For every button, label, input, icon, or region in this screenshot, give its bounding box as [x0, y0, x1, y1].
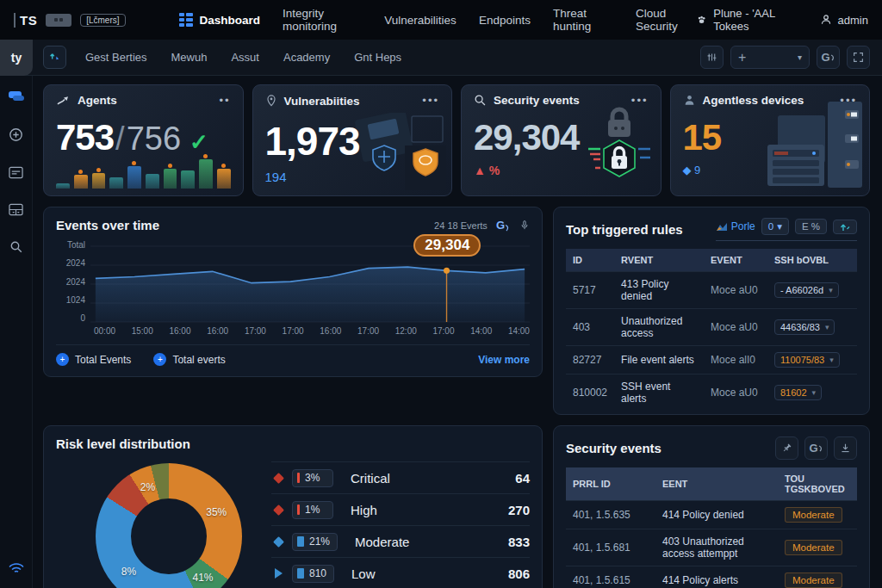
list-item[interactable]: 21% Moderate 833 [271, 525, 530, 557]
nav-item-endpoints[interactable]: Endpoints [479, 14, 531, 27]
trend-up-icon [56, 94, 71, 107]
risk-donut-chart: 35%41%8%2% [96, 463, 242, 588]
pin-button[interactable] [775, 436, 798, 460]
top-triggered-rules-panel: Top triggered rules Porle 0▾ E % ID [553, 207, 870, 415]
card-menu-button[interactable]: ••• [631, 98, 649, 103]
events-meta-text: 24 18 Everts [434, 220, 488, 231]
rules-sort-button[interactable] [833, 220, 857, 234]
rule-badge-dropdown[interactable]: 110075/83▾ [774, 352, 840, 368]
x-axis-labels: 00:0015:0016:0016:0017:0017:0016:0017:00… [94, 326, 530, 336]
reports-icon[interactable] [8, 90, 25, 107]
panel-title: Security events [566, 441, 662, 455]
status-badge: Moderate [785, 573, 842, 588]
sidebar-logo[interactable]: ty [0, 40, 33, 76]
agentless-devices-count: 15 [683, 117, 722, 158]
events-view-more-link[interactable]: View more [478, 354, 530, 366]
legend-total-events-2[interactable]: + Total everts [153, 353, 225, 366]
rules-percent-button[interactable]: E % [795, 219, 827, 234]
toolbar-link-0[interactable]: Gest Berties [85, 51, 147, 64]
table-row[interactable]: 5717413 Policy deniedMoce aU0 - A66026d▾ [566, 272, 857, 309]
donut-segment-label: 8% [121, 566, 136, 578]
agent-bar [109, 177, 123, 189]
table-row[interactable]: 82727File event alertsMoce alI0 110075/8… [566, 346, 857, 374]
risk-percent-badge: 3% [292, 469, 333, 487]
agents-card[interactable]: Agents •• 753 / 756 ✓ [43, 84, 244, 196]
y-tick-label: 2024 [66, 259, 85, 268]
rules-series-control[interactable]: Porle [716, 220, 755, 232]
download-icon [840, 443, 851, 454]
toolbar-link-2[interactable]: Assut [231, 51, 259, 64]
add-circle-icon[interactable] [9, 127, 23, 145]
card-menu-button[interactable]: •• [219, 98, 230, 103]
risk-percent-badge: 21% [292, 533, 338, 551]
events-refresh-button[interactable]: G [496, 219, 511, 232]
toolbar-links: Gest Berties Mewuh Assut Academy Gnt Hep… [85, 51, 401, 64]
list-item[interactable]: 810 Low 806 [271, 557, 530, 588]
vulnerabilities-card[interactable]: Vulnerabiities ••• 1,973 194 [252, 84, 453, 196]
donut-segment-label: 41% [193, 572, 214, 584]
list-item[interactable]: 3% Critical 64 [271, 461, 530, 493]
table-row[interactable]: 810002SSH event alertsMoce aU0 81602▾ [566, 374, 857, 412]
agentless-devices-sub: ◆ 9 [683, 164, 858, 176]
security-events-card[interactable]: Security events ••• 29,304 ▲ % [461, 84, 662, 196]
agent-bar [217, 169, 231, 189]
x-tick-label: 14:00 [508, 326, 530, 336]
risk-percent-badge: 810 [292, 565, 334, 583]
download-button[interactable] [834, 436, 857, 460]
rules-count-select[interactable]: 0▾ [761, 218, 789, 235]
rule-badge-dropdown[interactable]: 44636/83▾ [774, 319, 835, 335]
refresh-button[interactable]: G [804, 436, 828, 460]
agent-bar [199, 159, 213, 189]
toolbar-link-4[interactable]: Gnt Heps [354, 51, 401, 64]
agent-bar [56, 183, 70, 189]
wifi-icon[interactable] [8, 561, 25, 578]
search-icon[interactable] [9, 240, 23, 257]
paw-icon [696, 14, 707, 27]
agent-bar [92, 173, 106, 189]
bar-dot [78, 170, 83, 174]
diamond-icon [271, 538, 285, 546]
security-events-panel: Security events G PRRL ID EENT TOU TGSKB… [553, 425, 870, 588]
document-icon[interactable] [9, 166, 23, 183]
agentless-devices-card[interactable]: Agentless devices ••• 15 ◆ 9 [670, 84, 871, 196]
toolbar-link-1[interactable]: Mewuh [171, 51, 208, 64]
table-row[interactable]: 403Unauthorized accessMoce aU0 44636/83▾ [566, 309, 857, 346]
toolbar-link-3[interactable]: Academy [283, 51, 330, 64]
x-tick-label: 15:00 [132, 326, 153, 336]
nav-item-threat-hunting[interactable]: Threat hunting [553, 7, 613, 33]
left-sidebar [0, 76, 33, 588]
status-badge: Moderate [785, 540, 842, 555]
fullscreen-button[interactable] [847, 46, 870, 69]
api-tokens-menu[interactable]: Plune - 'AAL Tokees [696, 7, 798, 33]
user-menu[interactable]: admin [820, 14, 868, 27]
events-callout: 29,304 [413, 234, 481, 257]
agents-total-count: 756 [127, 121, 181, 158]
agent-bar [146, 174, 159, 189]
main-content: Agents •• 753 / 756 ✓ Vulnerabiities •••… [33, 76, 882, 588]
table-row[interactable]: 401, 1.5.635414 Policy denied Moderate [566, 501, 857, 529]
table-row[interactable]: 401, 1.5.615414 Policy alerts Moderate [566, 566, 857, 588]
rule-badge-dropdown[interactable]: - A66026d▾ [774, 282, 839, 298]
agent-bar [181, 170, 195, 189]
table-row[interactable]: 401, 1.5.681403 Unauthorized access atte… [566, 529, 857, 566]
apps-grid-icon[interactable] [9, 203, 23, 220]
card-title: Agents [78, 94, 117, 107]
risk-legend: 3% Critical 64 1% High 270 21% [271, 461, 530, 588]
nav-item-dashboard[interactable]: Dashboard [179, 13, 261, 27]
nav-item-integrity-monitoring[interactable]: Integrity monitoring [283, 7, 362, 33]
quick-actions-button[interactable] [43, 46, 66, 69]
rule-badge-dropdown[interactable]: 81602▾ [774, 385, 822, 400]
legend-total-events-1[interactable]: + Total Events [56, 353, 131, 366]
refresh-button[interactable]: G [817, 46, 840, 69]
chevron-down-icon: ▾ [812, 388, 817, 397]
microphone-icon[interactable] [519, 219, 530, 232]
card-menu-button[interactable]: ••• [422, 98, 439, 103]
nav-item-cloud-security[interactable]: Cloud Security [636, 7, 697, 33]
add-filter-select[interactable]: + ▾ [730, 46, 810, 69]
nav-item-vulnerabilities[interactable]: Vulnerabilities [384, 14, 457, 27]
x-tick-label: 17:00 [432, 326, 454, 336]
legend-dot-icon: + [56, 353, 69, 366]
filters-button[interactable] [700, 46, 724, 69]
vulnerabilities-count: 1,973 [265, 118, 360, 164]
list-item[interactable]: 1% High 270 [271, 493, 530, 525]
